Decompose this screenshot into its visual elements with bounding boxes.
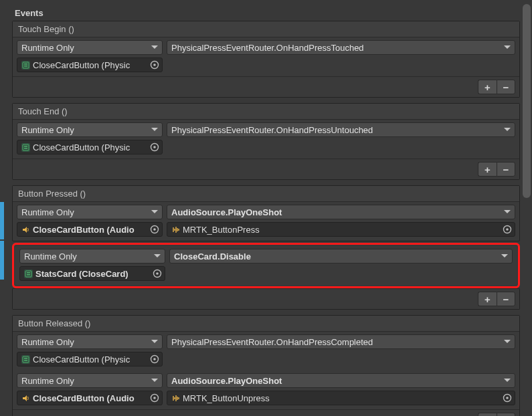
runtime-mode-dropdown[interactable]: Runtime Only [17, 40, 163, 55]
svg-rect-9 [24, 148, 27, 149]
event-header: Touch Begin () [13, 21, 519, 37]
object-label: CloseCardButton (Audio [33, 225, 135, 235]
argument-field[interactable]: MRTK_ButtonUnpress [167, 391, 515, 405]
audio-icon [21, 225, 30, 234]
runtime-mode-label: Runtime Only [21, 207, 74, 217]
highlight-annotation: Runtime Only CloseCard.Disable StatsCard… [12, 243, 520, 288]
function-dropdown[interactable]: AudioSource.PlayOneShot [167, 205, 515, 219]
svg-rect-19 [27, 274, 30, 276]
event-touch-begin: Touch Begin () Runtime Only PhysicalPres… [12, 21, 520, 98]
svg-point-31 [506, 397, 509, 399]
object-label: CloseCardButton (Physic [33, 142, 130, 152]
object-label: CloseCardButton (Physic [33, 354, 130, 365]
object-picker-icon[interactable] [150, 142, 159, 152]
object-picker-icon[interactable] [503, 225, 512, 234]
svg-point-11 [153, 146, 156, 148]
runtime-mode-label: Runtime Only [24, 251, 77, 262]
svg-rect-24 [24, 358, 27, 359]
chevron-down-icon [504, 210, 511, 214]
remove-button[interactable]: − [497, 162, 515, 177]
svg-rect-2 [24, 64, 27, 65]
event-button-pressed-footer: + − [12, 288, 520, 310]
object-field[interactable]: CloseCardButton (Physic [17, 140, 163, 154]
add-button[interactable]: + [478, 162, 497, 177]
argument-field[interactable]: MRTK_ButtonPress [167, 222, 515, 237]
runtime-mode-label: Runtime Only [21, 337, 74, 347]
svg-point-21 [156, 272, 159, 275]
event-header: Button Pressed () [13, 186, 519, 202]
object-field[interactable]: CloseCardButton (Physic [17, 352, 163, 367]
chevron-down-icon [504, 379, 511, 383]
function-dropdown[interactable]: PhysicalPressEventRouter.OnHandPressComp… [167, 334, 515, 349]
audio-icon [21, 394, 30, 403]
object-picker-icon[interactable] [150, 225, 159, 234]
object-picker-icon[interactable] [503, 393, 512, 403]
object-label: StatsCard (CloseCard) [35, 269, 128, 279]
remove-button[interactable]: − [497, 292, 515, 306]
event-footer: + − [13, 409, 519, 416]
event-button-released: Button Released () Runtime Only Physical… [12, 315, 520, 416]
function-dropdown[interactable]: CloseCard.Disable [169, 249, 513, 264]
object-field[interactable]: StatsCard (CloseCard) [19, 266, 165, 281]
chevron-down-icon [151, 379, 158, 383]
chevron-down-icon [154, 254, 161, 258]
object-picker-icon[interactable] [150, 60, 159, 70]
svg-point-5 [153, 64, 156, 66]
object-picker-icon[interactable] [150, 354, 159, 364]
add-button[interactable]: + [478, 80, 497, 94]
chevron-down-icon [151, 45, 158, 49]
object-field[interactable]: CloseCardButton (Audio [17, 391, 163, 405]
runtime-mode-label: Runtime Only [21, 125, 74, 135]
runtime-mode-dropdown[interactable]: Runtime Only [17, 205, 163, 219]
remove-button[interactable]: − [497, 413, 515, 416]
chevron-down-icon [504, 128, 511, 132]
argument-label: MRTK_ButtonPress [183, 225, 260, 235]
object-picker-icon[interactable] [150, 393, 159, 403]
chevron-down-icon [151, 210, 158, 214]
function-label: PhysicalPressEventRouter.OnHandPressTouc… [171, 43, 364, 53]
function-dropdown[interactable]: AudioSource.PlayOneShot [167, 373, 515, 388]
object-picker-icon[interactable] [153, 269, 162, 278]
event-header: Button Released () [13, 316, 519, 332]
svg-point-29 [153, 397, 156, 399]
object-label: CloseCardButton (Audio [33, 393, 135, 403]
script-icon [21, 143, 30, 152]
chevron-down-icon [504, 45, 511, 49]
function-label: AudioSource.PlayOneShot [171, 376, 282, 386]
function-label: PhysicalPressEventRouter.OnHandPressUnto… [171, 125, 373, 135]
svg-rect-8 [24, 146, 27, 147]
svg-point-13 [153, 228, 156, 231]
function-label: AudioSource.PlayOneShot [171, 207, 282, 217]
runtime-mode-label: Runtime Only [21, 376, 74, 386]
chevron-down-icon [151, 128, 158, 132]
runtime-mode-label: Runtime Only [21, 43, 74, 53]
add-button[interactable]: + [478, 292, 497, 306]
function-label: CloseCard.Disable [174, 251, 251, 262]
svg-point-27 [153, 358, 156, 360]
audioclip-icon [171, 394, 180, 403]
runtime-mode-dropdown[interactable]: Runtime Only [19, 249, 165, 264]
add-button[interactable]: + [478, 413, 497, 416]
object-field[interactable]: CloseCardButton (Physic [17, 58, 163, 72]
event-header: Touch End () [13, 104, 519, 120]
function-dropdown[interactable]: PhysicalPressEventRouter.OnHandPressTouc… [167, 40, 515, 55]
function-dropdown[interactable]: PhysicalPressEventRouter.OnHandPressUnto… [167, 122, 515, 137]
script-icon [24, 270, 33, 278]
object-field[interactable]: CloseCardButton (Audio [17, 222, 163, 237]
function-label: PhysicalPressEventRouter.OnHandPressComp… [171, 337, 373, 347]
svg-rect-18 [27, 272, 30, 274]
argument-label: MRTK_ButtonUnpress [183, 393, 270, 403]
script-icon [21, 61, 30, 70]
event-button-pressed-row2: Runtime Only CloseCard.Disable StatsCard… [15, 246, 517, 285]
runtime-mode-dropdown[interactable]: Runtime Only [17, 334, 163, 349]
events-title: Events [12, 8, 520, 18]
remove-button[interactable]: − [497, 80, 515, 94]
event-footer: + − [13, 76, 519, 97]
event-touch-end: Touch End () Runtime Only PhysicalPressE… [12, 103, 520, 180]
object-label: CloseCardButton (Physic [33, 60, 130, 70]
event-footer: + − [13, 288, 519, 309]
runtime-mode-dropdown[interactable]: Runtime Only [17, 373, 163, 388]
audioclip-icon [171, 225, 180, 234]
chevron-down-icon [151, 340, 158, 344]
runtime-mode-dropdown[interactable]: Runtime Only [17, 122, 163, 137]
